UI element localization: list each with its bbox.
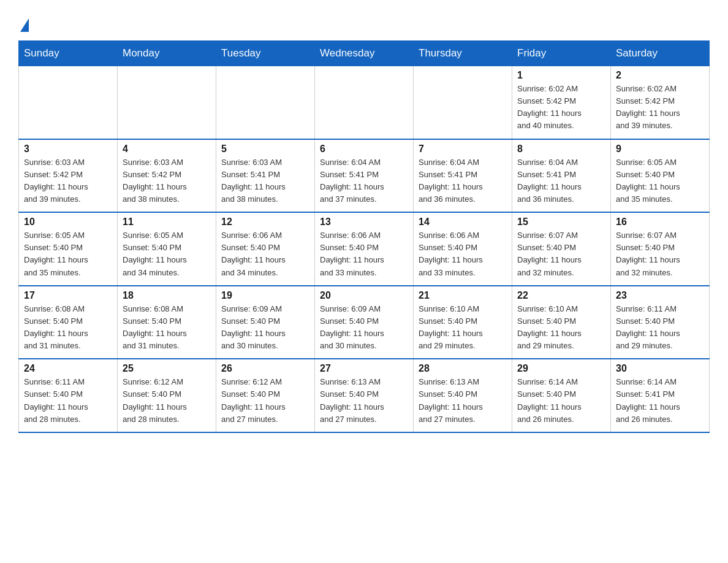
calendar-cell: 29Sunrise: 6:14 AMSunset: 5:40 PMDayligh… [512, 359, 611, 432]
calendar-cell: 16Sunrise: 6:07 AMSunset: 5:40 PMDayligh… [611, 212, 710, 286]
day-info: Sunrise: 6:03 AMSunset: 5:41 PMDaylight:… [221, 156, 309, 206]
day-number: 10 [24, 216, 112, 228]
day-info: Sunrise: 6:09 AMSunset: 5:40 PMDaylight:… [221, 303, 309, 353]
calendar-cell: 21Sunrise: 6:10 AMSunset: 5:40 PMDayligh… [414, 286, 512, 359]
day-info: Sunrise: 6:05 AMSunset: 5:40 PMDaylight:… [123, 229, 211, 279]
day-number: 29 [517, 363, 605, 374]
day-number: 11 [123, 216, 211, 228]
weekday-header-monday: Monday [118, 41, 216, 66]
day-info: Sunrise: 6:05 AMSunset: 5:40 PMDaylight:… [616, 156, 704, 206]
calendar-week-1: 1Sunrise: 6:02 AMSunset: 5:42 PMDaylight… [19, 66, 710, 139]
day-number: 2 [616, 70, 704, 81]
calendar-cell [118, 66, 216, 139]
day-info: Sunrise: 6:10 AMSunset: 5:40 PMDaylight:… [517, 303, 605, 353]
day-info: Sunrise: 6:13 AMSunset: 5:40 PMDaylight:… [419, 376, 507, 426]
day-info: Sunrise: 6:06 AMSunset: 5:40 PMDaylight:… [221, 229, 309, 279]
day-info: Sunrise: 6:02 AMSunset: 5:42 PMDaylight:… [616, 83, 704, 132]
day-number: 23 [616, 290, 704, 301]
day-number: 1 [517, 70, 605, 81]
day-number: 21 [419, 290, 507, 301]
calendar-cell: 13Sunrise: 6:06 AMSunset: 5:40 PMDayligh… [315, 212, 414, 286]
page-header [18, 12, 710, 34]
day-info: Sunrise: 6:14 AMSunset: 5:40 PMDaylight:… [517, 376, 605, 426]
day-info: Sunrise: 6:08 AMSunset: 5:40 PMDaylight:… [123, 303, 211, 353]
day-number: 27 [320, 363, 408, 374]
calendar-cell: 5Sunrise: 6:03 AMSunset: 5:41 PMDaylight… [216, 139, 315, 213]
day-number: 13 [320, 216, 408, 228]
day-info: Sunrise: 6:03 AMSunset: 5:42 PMDaylight:… [24, 156, 112, 206]
day-info: Sunrise: 6:04 AMSunset: 5:41 PMDaylight:… [419, 156, 507, 206]
day-number: 20 [320, 290, 408, 301]
weekday-header-sunday: Sunday [19, 41, 118, 66]
weekday-header-tuesday: Tuesday [216, 41, 315, 66]
weekday-header-saturday: Saturday [611, 41, 710, 66]
calendar-cell: 19Sunrise: 6:09 AMSunset: 5:40 PMDayligh… [216, 286, 315, 359]
day-number: 7 [419, 144, 507, 155]
calendar-cell: 4Sunrise: 6:03 AMSunset: 5:42 PMDaylight… [118, 139, 216, 213]
day-info: Sunrise: 6:07 AMSunset: 5:40 PMDaylight:… [517, 229, 605, 279]
day-info: Sunrise: 6:06 AMSunset: 5:40 PMDaylight:… [419, 229, 507, 279]
calendar-cell: 8Sunrise: 6:04 AMSunset: 5:41 PMDaylight… [512, 139, 611, 213]
calendar-cell: 10Sunrise: 6:05 AMSunset: 5:40 PMDayligh… [19, 212, 118, 286]
calendar-week-3: 10Sunrise: 6:05 AMSunset: 5:40 PMDayligh… [19, 212, 710, 286]
day-info: Sunrise: 6:12 AMSunset: 5:40 PMDaylight:… [221, 376, 309, 426]
calendar-cell: 14Sunrise: 6:06 AMSunset: 5:40 PMDayligh… [414, 212, 512, 286]
day-number: 6 [320, 144, 408, 155]
day-number: 15 [517, 216, 605, 228]
calendar-week-2: 3Sunrise: 6:03 AMSunset: 5:42 PMDaylight… [19, 139, 710, 213]
weekday-header-wednesday: Wednesday [315, 41, 414, 66]
calendar-cell: 22Sunrise: 6:10 AMSunset: 5:40 PMDayligh… [512, 286, 611, 359]
day-info: Sunrise: 6:13 AMSunset: 5:40 PMDaylight:… [320, 376, 408, 426]
day-number: 26 [221, 363, 309, 374]
day-info: Sunrise: 6:14 AMSunset: 5:41 PMDaylight:… [616, 376, 704, 426]
calendar-cell [315, 66, 414, 139]
calendar-cell: 12Sunrise: 6:06 AMSunset: 5:40 PMDayligh… [216, 212, 315, 286]
day-info: Sunrise: 6:11 AMSunset: 5:40 PMDaylight:… [24, 376, 112, 426]
calendar-cell: 20Sunrise: 6:09 AMSunset: 5:40 PMDayligh… [315, 286, 414, 359]
day-info: Sunrise: 6:02 AMSunset: 5:42 PMDaylight:… [517, 83, 605, 132]
day-info: Sunrise: 6:10 AMSunset: 5:40 PMDaylight:… [419, 303, 507, 353]
calendar-cell: 26Sunrise: 6:12 AMSunset: 5:40 PMDayligh… [216, 359, 315, 432]
calendar-cell: 6Sunrise: 6:04 AMSunset: 5:41 PMDaylight… [315, 139, 414, 213]
logo [18, 18, 29, 34]
calendar-cell: 28Sunrise: 6:13 AMSunset: 5:40 PMDayligh… [414, 359, 512, 432]
day-number: 17 [24, 290, 112, 301]
day-info: Sunrise: 6:08 AMSunset: 5:40 PMDaylight:… [24, 303, 112, 353]
calendar-week-4: 17Sunrise: 6:08 AMSunset: 5:40 PMDayligh… [19, 286, 710, 359]
calendar-cell: 30Sunrise: 6:14 AMSunset: 5:41 PMDayligh… [611, 359, 710, 432]
day-number: 4 [123, 144, 211, 155]
day-number: 24 [24, 363, 112, 374]
calendar-cell: 11Sunrise: 6:05 AMSunset: 5:40 PMDayligh… [118, 212, 216, 286]
day-info: Sunrise: 6:07 AMSunset: 5:40 PMDaylight:… [616, 229, 704, 279]
calendar-cell: 3Sunrise: 6:03 AMSunset: 5:42 PMDaylight… [19, 139, 118, 213]
calendar-cell: 7Sunrise: 6:04 AMSunset: 5:41 PMDaylight… [414, 139, 512, 213]
day-number: 25 [123, 363, 211, 374]
calendar-table: SundayMondayTuesdayWednesdayThursdayFrid… [18, 40, 710, 433]
day-number: 16 [616, 216, 704, 228]
day-info: Sunrise: 6:09 AMSunset: 5:40 PMDaylight:… [320, 303, 408, 353]
day-info: Sunrise: 6:05 AMSunset: 5:40 PMDaylight:… [24, 229, 112, 279]
day-number: 3 [24, 144, 112, 155]
day-number: 5 [221, 144, 309, 155]
day-number: 8 [517, 144, 605, 155]
calendar-cell: 24Sunrise: 6:11 AMSunset: 5:40 PMDayligh… [19, 359, 118, 432]
day-info: Sunrise: 6:04 AMSunset: 5:41 PMDaylight:… [320, 156, 408, 206]
day-info: Sunrise: 6:11 AMSunset: 5:40 PMDaylight:… [616, 303, 704, 353]
day-info: Sunrise: 6:04 AMSunset: 5:41 PMDaylight:… [517, 156, 605, 206]
day-number: 12 [221, 216, 309, 228]
day-number: 19 [221, 290, 309, 301]
weekday-header-friday: Friday [512, 41, 611, 66]
calendar-cell: 18Sunrise: 6:08 AMSunset: 5:40 PMDayligh… [118, 286, 216, 359]
calendar-cell: 2Sunrise: 6:02 AMSunset: 5:42 PMDaylight… [611, 66, 710, 139]
calendar-cell [216, 66, 315, 139]
calendar-cell: 15Sunrise: 6:07 AMSunset: 5:40 PMDayligh… [512, 212, 611, 286]
calendar-cell [19, 66, 118, 139]
day-info: Sunrise: 6:03 AMSunset: 5:42 PMDaylight:… [123, 156, 211, 206]
day-number: 30 [616, 363, 704, 374]
day-info: Sunrise: 6:06 AMSunset: 5:40 PMDaylight:… [320, 229, 408, 279]
logo-triangle-icon [20, 18, 29, 32]
day-number: 14 [419, 216, 507, 228]
calendar-cell: 1Sunrise: 6:02 AMSunset: 5:42 PMDaylight… [512, 66, 611, 139]
calendar-cell: 27Sunrise: 6:13 AMSunset: 5:40 PMDayligh… [315, 359, 414, 432]
day-number: 9 [616, 144, 704, 155]
